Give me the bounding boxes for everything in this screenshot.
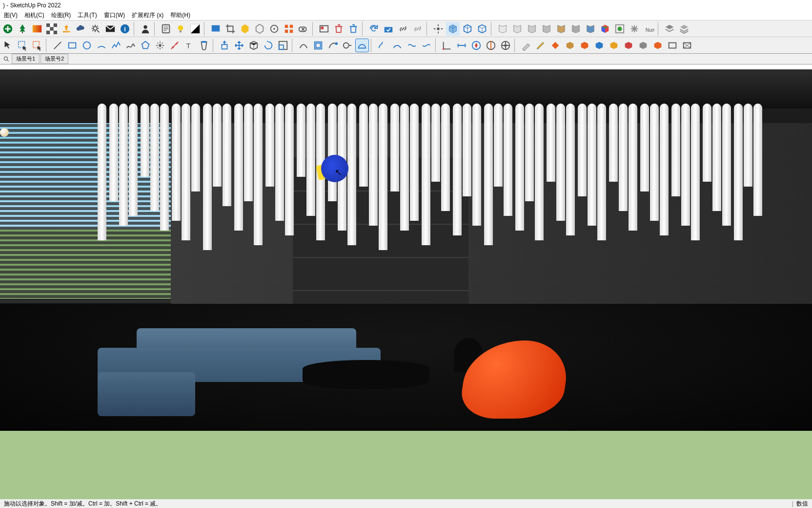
arrow-tool-icon[interactable] (1, 39, 15, 52)
book5-icon[interactable] (554, 22, 568, 36)
target-icon[interactable] (267, 22, 281, 36)
checker-icon[interactable] (45, 22, 59, 36)
num-icon[interactable]: Num (642, 22, 656, 36)
menu-extensions[interactable]: 扩展程序 (x) (130, 11, 165, 20)
cloud-icon[interactable] (74, 22, 88, 36)
arc-tool-icon[interactable] (95, 39, 108, 52)
person-icon[interactable] (139, 22, 152, 36)
protractor-tool-icon[interactable] (355, 39, 369, 52)
layers2-icon[interactable] (677, 22, 691, 36)
book7-icon[interactable] (584, 22, 597, 36)
box-i-icon[interactable] (680, 39, 694, 52)
bucket-tool-icon[interactable] (197, 39, 211, 52)
erase-icon[interactable] (297, 22, 310, 36)
contrast-icon[interactable] (188, 22, 202, 36)
bulb-icon[interactable] (174, 22, 187, 36)
style-icon[interactable] (613, 22, 627, 36)
snap-tool-icon[interactable] (153, 39, 167, 52)
section-icon[interactable] (484, 39, 498, 52)
curve-c-icon[interactable] (405, 39, 419, 52)
curve-a-icon[interactable] (376, 39, 389, 52)
box-e-icon[interactable] (622, 39, 635, 52)
polyline-tool-icon[interactable] (109, 39, 123, 52)
arc2-tool-icon[interactable] (297, 39, 310, 52)
center-icon[interactable] (431, 22, 445, 36)
box-g-icon[interactable] (651, 39, 665, 52)
book2-icon[interactable] (510, 22, 524, 36)
axes-icon[interactable] (440, 39, 454, 52)
scale-tool-icon[interactable] (276, 39, 290, 52)
menu-camera[interactable]: 相机(C) (22, 11, 46, 20)
cube1-icon[interactable] (446, 22, 460, 36)
hex-gray-icon[interactable] (253, 22, 266, 36)
link-icon[interactable] (396, 22, 410, 36)
box-d-icon[interactable] (607, 39, 621, 52)
book1-icon[interactable] (496, 22, 509, 36)
polygon-tool-icon[interactable] (139, 39, 152, 52)
scene-tab-2[interactable]: 场景号2 (41, 54, 68, 64)
box-h-icon[interactable] (666, 39, 679, 52)
line-tool-icon[interactable] (51, 39, 64, 52)
pushpull-icon[interactable] (218, 39, 231, 52)
hex-yellow-icon[interactable] (238, 22, 252, 36)
grid-icon[interactable] (282, 22, 296, 36)
crop-icon[interactable] (223, 22, 237, 36)
select-window-icon[interactable] (16, 39, 29, 52)
pencil-icon[interactable] (534, 39, 548, 52)
knife-icon[interactable] (519, 39, 533, 52)
book6-icon[interactable] (569, 22, 583, 36)
book3-icon[interactable] (525, 22, 539, 36)
gradient-icon[interactable] (30, 22, 44, 36)
circle-tool-icon[interactable] (80, 39, 94, 52)
freehand-tool-icon[interactable] (124, 39, 138, 52)
offset-tool-icon[interactable] (311, 39, 325, 52)
fill-icon[interactable] (548, 39, 562, 52)
search-icon[interactable] (2, 55, 11, 64)
trash2-icon[interactable] (346, 22, 360, 36)
package-icon[interactable] (247, 39, 261, 52)
text-tool-icon[interactable]: T (183, 39, 196, 52)
card-icon[interactable] (317, 22, 331, 36)
mail-icon[interactable] (103, 22, 117, 36)
cubec-icon[interactable] (598, 22, 612, 36)
scene-tab-1[interactable]: 场景号1 (12, 54, 40, 64)
followme-tool-icon[interactable] (326, 39, 340, 52)
box-a-icon[interactable] (563, 39, 577, 52)
move-tool-icon[interactable] (232, 39, 246, 52)
refresh-icon[interactable] (367, 22, 381, 36)
box-b-icon[interactable] (578, 39, 591, 52)
book4-icon[interactable] (540, 22, 553, 36)
box-f-icon[interactable] (636, 39, 650, 52)
curve-b-icon[interactable] (390, 39, 404, 52)
note-icon[interactable] (159, 22, 173, 36)
menu-window[interactable]: 窗口(W) (102, 11, 127, 20)
cube3-icon[interactable] (475, 22, 489, 36)
tape-tool-icon[interactable] (341, 39, 354, 52)
trash-icon[interactable] (332, 22, 345, 36)
steering-icon[interactable] (499, 39, 512, 52)
menu-tools[interactable]: 工具(T) (76, 11, 99, 20)
compass-icon[interactable] (469, 39, 483, 52)
rotate-tool-icon[interactable] (262, 39, 275, 52)
menu-help[interactable]: 帮助(H) (168, 11, 192, 20)
menu-draw[interactable]: 绘图(R) (49, 11, 73, 20)
curve-d-icon[interactable] (420, 39, 433, 52)
layers-icon[interactable] (663, 22, 676, 36)
asterisk-icon[interactable] (628, 22, 641, 36)
divide-tool-icon[interactable] (168, 39, 182, 52)
add-icon[interactable] (1, 22, 15, 36)
box-check-icon[interactable] (382, 22, 395, 36)
rectangle-tool-icon[interactable] (65, 39, 79, 52)
box-c-icon[interactable] (592, 39, 606, 52)
info-icon[interactable]: i (118, 22, 132, 36)
tree-icon[interactable] (16, 22, 29, 36)
gear-icon[interactable] (89, 22, 102, 36)
menu-view[interactable]: 图(V) (2, 11, 20, 20)
cube2-icon[interactable] (461, 22, 474, 36)
paint-icon[interactable] (209, 22, 223, 36)
select-crossing-icon[interactable] (30, 39, 44, 52)
dimension-icon[interactable] (455, 39, 468, 52)
viewport[interactable]: ↖ (0, 64, 812, 499)
link2-icon[interactable] (411, 22, 425, 36)
upload-icon[interactable] (60, 22, 73, 36)
